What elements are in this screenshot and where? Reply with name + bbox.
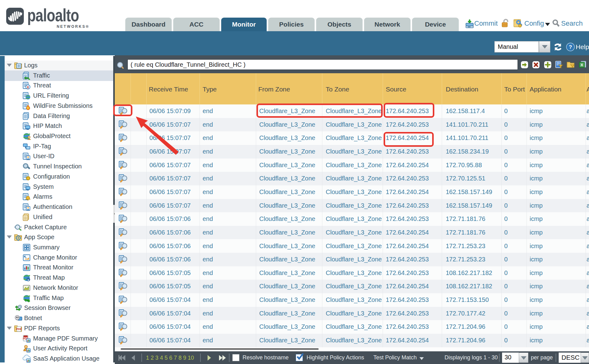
svg-text:?: ? — [569, 44, 572, 50]
svg-text:x: x — [27, 85, 29, 89]
svg-text:PDF: PDF — [16, 327, 22, 331]
svg-text:X: X — [581, 63, 583, 67]
svg-text:x: x — [28, 278, 29, 281]
